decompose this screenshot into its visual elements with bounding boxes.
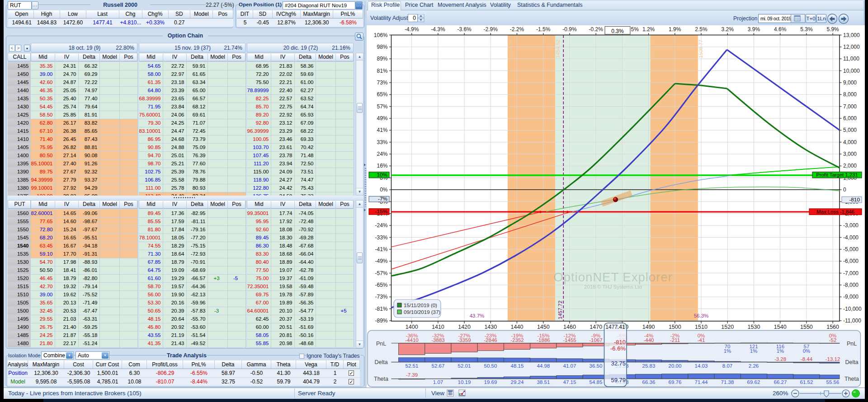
svg-text:1430: 1430 xyxy=(484,324,497,330)
svg-text:69.62: 69.62 xyxy=(747,379,760,385)
svg-text:1%: 1% xyxy=(750,348,758,354)
svg-text:Profit Target 1,231: Profit Target 1,231 xyxy=(816,172,858,178)
svg-text:29.24: 29.24 xyxy=(511,379,524,385)
svg-text:48.15: 48.15 xyxy=(511,363,524,369)
svg-text:-0.2%: -0.2% xyxy=(589,26,604,33)
svg-text:-49%: -49% xyxy=(375,258,387,264)
svg-text:1420: 1420 xyxy=(458,324,471,330)
svg-text:-11,000: -11,000 xyxy=(843,318,861,324)
svg-text:1530: 1530 xyxy=(748,324,760,330)
svg-text:-810: -810 xyxy=(614,339,626,346)
svg-text:73%: 73% xyxy=(377,79,387,86)
svg-text:36.50: 36.50 xyxy=(590,363,603,369)
svg-text:1400: 1400 xyxy=(406,324,418,330)
svg-text:-65%: -65% xyxy=(375,282,387,288)
svg-text:-3883: -3883 xyxy=(431,337,444,343)
svg-text:-3359: -3359 xyxy=(458,337,471,343)
svg-text:56.3%: 56.3% xyxy=(694,313,709,318)
svg-text:-15%: -15% xyxy=(375,208,387,215)
svg-text:1550: 1550 xyxy=(800,324,813,330)
svg-text:10.19: 10.19 xyxy=(458,379,471,385)
svg-text:-10,000: -10,000 xyxy=(843,306,862,312)
svg-text:-41: -41 xyxy=(698,337,705,343)
svg-text:-1067: -1067 xyxy=(589,337,602,343)
svg-text:6,000: 6,000 xyxy=(843,115,857,122)
svg-text:-24%: -24% xyxy=(375,222,387,229)
svg-text:-3,000: -3,000 xyxy=(843,222,859,229)
svg-text:-6,000: -6,000 xyxy=(843,258,859,264)
svg-text:8,000: 8,000 xyxy=(843,91,857,98)
svg-text:2018 © THJ Systems Ltd: 2018 © THJ Systems Ltd xyxy=(584,284,642,290)
svg-text:-7.39: -7.39 xyxy=(406,372,418,378)
svg-text:-2846: -2846 xyxy=(484,337,497,343)
svg-text:-0.9%: -0.9% xyxy=(562,26,577,33)
svg-text:-5,000: -5,000 xyxy=(843,246,859,252)
svg-text:-2.2%: -2.2% xyxy=(510,26,524,33)
svg-text:1%: 1% xyxy=(724,348,731,354)
svg-text:16%: 16% xyxy=(377,163,387,169)
svg-text:52.01: 52.01 xyxy=(458,363,471,369)
svg-text:-89%: -89% xyxy=(375,318,387,324)
svg-text:43.7%: 43.7% xyxy=(470,313,485,318)
svg-text:50.50: 50.50 xyxy=(484,363,497,369)
svg-text:2,000: 2,000 xyxy=(843,163,857,169)
svg-text:98%: 98% xyxy=(377,44,387,50)
svg-text:9,000: 9,000 xyxy=(843,79,857,86)
svg-text:-2352: -2352 xyxy=(510,337,524,343)
svg-text:2.26: 2.26 xyxy=(749,363,759,369)
svg-text:1490: 1490 xyxy=(642,324,655,330)
svg-text:Delta: Delta xyxy=(845,359,858,365)
svg-text:5%: 5% xyxy=(631,26,639,33)
svg-text:-52: -52 xyxy=(829,337,837,343)
svg-text:-7%: -7% xyxy=(378,196,387,202)
svg-text:Theta: Theta xyxy=(374,376,388,382)
svg-text:-57%: -57% xyxy=(375,270,387,276)
svg-text:32.75: 32.75 xyxy=(611,360,626,367)
svg-text:1%: 1% xyxy=(777,348,784,354)
svg-text:2.5%: 2.5% xyxy=(695,26,708,33)
svg-text:Theta: Theta xyxy=(844,376,859,382)
svg-text:19.69: 19.69 xyxy=(484,379,497,385)
svg-text:0%: 0% xyxy=(803,348,811,354)
svg-text:3.9%: 3.9% xyxy=(748,26,760,33)
svg-text:24%: 24% xyxy=(377,151,387,157)
svg-text:20.00: 20.00 xyxy=(669,363,682,369)
svg-text:11,000: 11,000 xyxy=(843,56,859,62)
svg-text:-2.9%: -2.9% xyxy=(484,26,498,33)
svg-text:-810: -810 xyxy=(849,196,860,203)
svg-text:1454.52: 1454.52 xyxy=(555,40,561,59)
svg-text:-6.6%: -6.6% xyxy=(610,345,626,352)
svg-text:-13.12: -13.12 xyxy=(826,356,840,362)
svg-text:4,000: 4,000 xyxy=(843,139,857,145)
svg-text:71.44: 71.44 xyxy=(695,379,708,385)
svg-text:Max Loss -1,846: Max Loss -1,846 xyxy=(816,209,854,215)
svg-text:7,000: 7,000 xyxy=(843,103,857,110)
svg-text:65%: 65% xyxy=(377,91,387,98)
svg-text:1477.41: 1477.41 xyxy=(605,324,625,330)
svg-text:0%: 0% xyxy=(380,187,388,193)
svg-text:66.36: 66.36 xyxy=(642,379,656,385)
svg-text:106%: 106% xyxy=(374,32,388,38)
svg-text:12,000: 12,000 xyxy=(843,44,860,50)
svg-text:33%: 33% xyxy=(377,139,387,145)
svg-text:-4,000: -4,000 xyxy=(843,234,859,241)
svg-text:38.51: 38.51 xyxy=(537,379,550,385)
svg-text:-3.6%: -3.6% xyxy=(457,26,472,33)
svg-text:1410: 1410 xyxy=(432,324,444,330)
svg-text:OptionNET Explorer: OptionNET Explorer xyxy=(553,270,673,284)
svg-text:PnL: PnL xyxy=(376,341,386,347)
svg-text:-7,000: -7,000 xyxy=(843,270,859,276)
svg-text:71.38: 71.38 xyxy=(721,379,734,385)
svg-text:81%: 81% xyxy=(377,68,387,74)
svg-text:10,000: 10,000 xyxy=(843,68,860,74)
svg-text:1.2%: 1.2% xyxy=(642,26,655,33)
svg-text:-41%: -41% xyxy=(375,246,387,252)
svg-text:-81%: -81% xyxy=(375,306,387,312)
svg-text:15/11/2019 (0): 15/11/2019 (0) xyxy=(404,303,437,308)
svg-text:1460: 1460 xyxy=(563,324,576,330)
svg-text:-33%: -33% xyxy=(375,234,387,241)
svg-text:3,000: 3,000 xyxy=(843,151,857,157)
svg-text:-211: -211 xyxy=(670,337,680,343)
svg-text:-73%: -73% xyxy=(375,294,387,300)
svg-text:54.85: 54.85 xyxy=(590,379,603,385)
